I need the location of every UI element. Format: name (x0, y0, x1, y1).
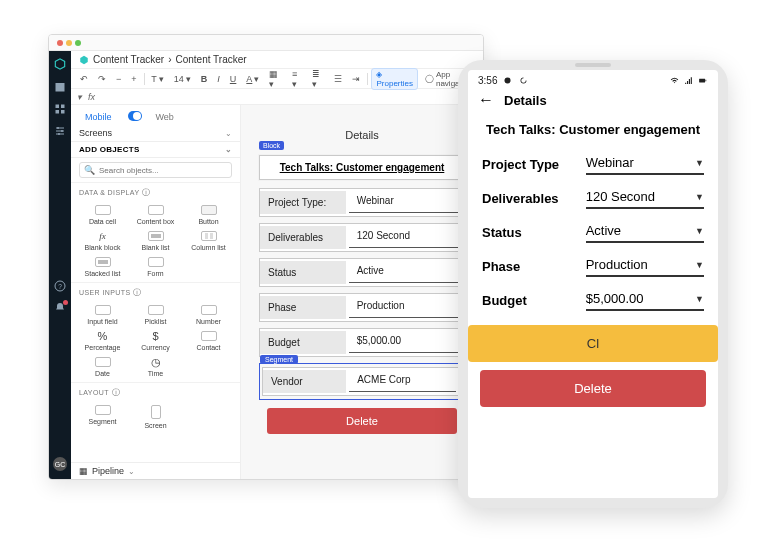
formula-bar[interactable]: ▾ fx (71, 89, 483, 105)
notifications-icon[interactable] (54, 302, 66, 314)
obj-date[interactable]: Date (77, 354, 128, 378)
form-row[interactable]: Budget$5,000.00 (259, 328, 465, 357)
phone-field-select[interactable]: Active▼ (586, 221, 704, 243)
zoom-out-button[interactable]: − (113, 73, 124, 85)
field-value[interactable]: Active (349, 259, 459, 283)
block-tag[interactable]: Block (259, 141, 284, 150)
obj-segment[interactable]: Segment (77, 402, 128, 430)
zoom-in-button[interactable]: + (128, 73, 139, 85)
phone-field-row: Budget$5,000.00▼ (468, 283, 718, 317)
italic-button[interactable]: I (214, 73, 223, 85)
screens-expand-icon[interactable]: ⌄ (225, 129, 232, 138)
phone-field-row: Deliverables120 Second▼ (468, 181, 718, 215)
text-color-button[interactable]: A ▾ (243, 73, 262, 85)
object-search-input[interactable] (99, 166, 227, 175)
form-row[interactable]: Project Type:Webinar (259, 188, 465, 217)
info-icon[interactable]: ⓘ (142, 187, 150, 198)
obj-input-field[interactable]: Input field (77, 302, 128, 326)
delete-button[interactable]: Delete (267, 408, 457, 434)
field-value[interactable]: 120 Second (349, 224, 459, 248)
warn-button[interactable]: Cl (468, 325, 718, 362)
obj-blank-list[interactable]: Blank list (130, 228, 181, 252)
obj-picklist[interactable]: Picklist (130, 302, 181, 326)
redo-button[interactable]: ↷ (95, 73, 109, 85)
field-value[interactable]: Production (349, 294, 459, 318)
bottom-label[interactable]: Pipeline (92, 466, 124, 476)
align-button[interactable]: ≡ ▾ (289, 68, 305, 90)
obj-number[interactable]: Number (183, 302, 234, 326)
app-logo-icon[interactable] (53, 57, 67, 71)
back-button[interactable]: ← (478, 92, 494, 108)
field-value[interactable]: $5,000.00 (349, 329, 459, 353)
field-label: Status (260, 261, 346, 284)
obj-form[interactable]: Form (130, 254, 181, 278)
field-label: Deliverables (260, 226, 346, 249)
info-icon[interactable]: ⓘ (133, 287, 141, 298)
breadcrumb-item[interactable]: Content Tracker (176, 54, 247, 65)
font-size-button[interactable]: 14 ▾ (171, 73, 194, 85)
user-avatar[interactable]: GC (53, 457, 67, 471)
list-button[interactable]: ☰ (331, 73, 345, 85)
add-objects-collapse-icon[interactable]: ⌄ (225, 145, 232, 154)
obj-screen[interactable]: Screen (130, 402, 181, 430)
object-search[interactable]: 🔍 (79, 162, 232, 178)
tab-web[interactable]: Web (150, 109, 180, 125)
fx-label: fx (88, 92, 95, 102)
platform-toggle[interactable] (128, 111, 142, 121)
obj-blank-block[interactable]: fxBlank block (77, 228, 128, 252)
form-title[interactable]: Tech Talks: Customer engagement (259, 155, 465, 180)
phone-delete-button[interactable]: Delete (480, 370, 706, 407)
phone-field-select[interactable]: 120 Second▼ (586, 187, 704, 209)
phone-page-title: Tech Talks: Customer engagement (468, 116, 718, 147)
undo-button[interactable]: ↶ (77, 73, 91, 85)
dropdown-icon: ▼ (695, 158, 704, 168)
obj-button[interactable]: Button (183, 202, 234, 226)
calendar-icon[interactable] (54, 81, 66, 93)
tab-mobile[interactable]: Mobile (79, 109, 118, 125)
phone-field-row: Project TypeWebinar▼ (468, 147, 718, 181)
form-row[interactable]: StatusActive (259, 258, 465, 287)
phone-field-select[interactable]: $5,000.00▼ (586, 289, 704, 311)
breadcrumb-item[interactable]: Content Tracker (93, 54, 164, 65)
breadcrumb-home-icon[interactable] (79, 55, 89, 65)
bottom-expand-icon[interactable]: ⌄ (128, 467, 135, 476)
indent-button[interactable]: ⇥ (349, 73, 363, 85)
field-label: Project Type: (260, 191, 346, 214)
underline-button[interactable]: U (227, 73, 240, 85)
font-family-button[interactable]: T ▾ (148, 73, 167, 85)
form-row[interactable]: PhaseProduction (259, 293, 465, 322)
grid-icon[interactable] (54, 103, 66, 115)
fill-color-button[interactable]: ▦ ▾ (266, 68, 285, 90)
phone-header-title: Details (504, 93, 547, 108)
obj-content-box[interactable]: Content box (130, 202, 181, 226)
maximize-dot[interactable] (75, 40, 81, 46)
phone-field-select[interactable]: Production▼ (586, 255, 704, 277)
obj-currency[interactable]: $Currency (130, 328, 181, 352)
collapse-icon[interactable]: ▾ (77, 92, 82, 102)
segment-selected[interactable]: Segment VendorACME Corp (259, 363, 465, 400)
field-value[interactable]: ACME Corp (349, 368, 456, 392)
obj-time[interactable]: ◷Time (130, 354, 181, 378)
obj-stacked-list[interactable]: Stacked list (77, 254, 128, 278)
form-row[interactable]: VendorACME Corp (262, 367, 462, 396)
valign-button[interactable]: ≣ ▾ (309, 68, 327, 90)
form-row[interactable]: Deliverables120 Second (259, 223, 465, 252)
phone-field-select[interactable]: Webinar▼ (586, 153, 704, 175)
help-icon[interactable]: ? (54, 280, 66, 292)
obj-percentage[interactable]: %Percentage (77, 328, 128, 352)
canvas-area[interactable]: Details Block Tech Talks: Customer engag… (241, 105, 483, 479)
sliders-icon[interactable] (54, 125, 66, 137)
obj-data-cell[interactable]: Data cell (77, 202, 128, 226)
phone-field-label: Deliverables (482, 191, 580, 206)
info-icon[interactable]: ⓘ (112, 387, 120, 398)
breadcrumb: Content Tracker › Content Tracker (71, 51, 483, 69)
bold-button[interactable]: B (198, 73, 211, 85)
field-value[interactable]: Webinar (349, 189, 459, 213)
grid-view-icon[interactable]: ▦ (79, 466, 88, 476)
close-dot[interactable] (57, 40, 63, 46)
properties-button[interactable]: ◈ Properties (371, 68, 417, 90)
segment-tag[interactable]: Segment (260, 355, 298, 364)
minimize-dot[interactable] (66, 40, 72, 46)
obj-column-list[interactable]: Column list (183, 228, 234, 252)
obj-contact[interactable]: Contact (183, 328, 234, 352)
